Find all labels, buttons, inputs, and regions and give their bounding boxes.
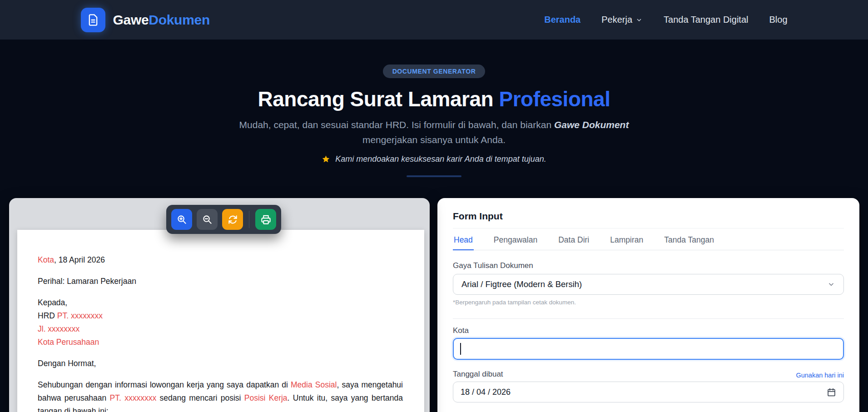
zoom-out-button[interactable] (197, 209, 218, 230)
brand-name: GaweDokumen (113, 12, 210, 28)
nav-item-pekerja[interactable]: Pekerja (601, 15, 643, 25)
document-preview-card: Kota, 18 April 2026 Perihal: Lamaran Pek… (9, 198, 430, 412)
font-style-hint: *Berpengaruh pada tampilan cetak dokumen… (453, 299, 844, 306)
letter-paper: Kota, 18 April 2026 Perihal: Lamaran Pek… (17, 230, 424, 412)
document-generator-badge: DOCUMENT GENERATOR (383, 65, 486, 78)
document-icon (81, 8, 105, 32)
refresh-icon (228, 214, 238, 225)
letter-company: PT. xxxxxxxx (110, 393, 157, 402)
nav-links: Beranda Pekerja Tanda Tangan Digital Blo… (544, 15, 787, 25)
blessing-text: Kami mendoakan kesuksesan karir Anda di … (335, 154, 546, 164)
font-style-value: Arial / Figtree (Modern & Bersih) (461, 279, 582, 289)
navbar: GaweDokumen Beranda Pekerja Tanda Tangan… (0, 0, 868, 40)
section-divider (453, 318, 844, 319)
letter-city: Kota (38, 255, 54, 264)
form-tabs: Head Pengawalan Data Diri Lampiran Tanda… (453, 228, 844, 250)
brand-secondary: Dokumen (149, 12, 210, 27)
letter-position: Posisi Kerja (244, 393, 288, 402)
hero-section: DOCUMENT GENERATOR Rancang Surat Lamaran… (0, 40, 868, 198)
letter-para-1: Sehubungan dengan informasi lowongan ker… (38, 380, 291, 389)
font-style-select[interactable]: Arial / Figtree (Modern & Bersih) (453, 274, 844, 295)
nav-item-pekerja-label: Pekerja (601, 15, 632, 25)
chevron-down-icon (827, 280, 835, 288)
letter-para-3: sedang mencari posisi (156, 393, 244, 402)
kota-label: Kota (453, 326, 844, 335)
page-title: Rancang Surat Lamaran Profesional (258, 87, 610, 111)
subtitle-line2: mengerjakan sisanya untuk Anda. (362, 134, 506, 145)
print-icon (261, 214, 271, 225)
letter-perihal: Perihal: Lamaran Pekerjaan (38, 275, 403, 288)
navbar-container: GaweDokumen Beranda Pekerja Tanda Tangan… (81, 8, 788, 32)
form-title: Form Input (453, 211, 844, 228)
letter-body-paragraph: Sehubungan dengan informasi lowongan ker… (38, 378, 403, 412)
letter-kepada: Kepada, (38, 298, 67, 307)
letter-date: , 18 April 2026 (54, 255, 105, 264)
nav-item-tanda-tangan-digital[interactable]: Tanda Tangan Digital (664, 15, 748, 25)
zoom-out-icon (202, 214, 213, 225)
letter-media-sosial: Media Sosial (291, 380, 337, 389)
tanggal-label: Tanggal dibuat (453, 370, 503, 379)
letter-hrd-prefix: HRD (38, 311, 57, 320)
calendar-icon[interactable] (827, 387, 836, 397)
print-button[interactable] (255, 209, 276, 230)
letter-company-city: Kota Perusahaan (38, 338, 99, 347)
star-icon (322, 155, 330, 164)
text-cursor (460, 343, 461, 355)
blessing-line: Kami mendoakan kesuksesan karir Anda di … (322, 154, 546, 164)
letter-street: Jl. xxxxxxxx (38, 324, 79, 333)
toolbar-divider (249, 211, 249, 228)
chevron-down-icon (635, 16, 643, 24)
main-content: Kota, 18 April 2026 Perihal: Lamaran Pek… (0, 198, 868, 412)
refresh-button[interactable] (222, 209, 243, 230)
tanggal-value: 18 / 04 / 2026 (461, 387, 511, 397)
hero-subtitle: Mudah, cepat, dan sesuai standar HRD. Is… (239, 117, 629, 147)
letter-hrd-company: PT. xxxxxxxx (57, 311, 103, 320)
subtitle-brand: Gawe Dokument (554, 119, 629, 130)
letter-recipient-block: Kepada, HRD PT. xxxxxxxx Jl. xxxxxxxx Ko… (38, 296, 403, 349)
nav-item-blog[interactable]: Blog (769, 15, 787, 25)
preview-toolbar (166, 205, 281, 234)
form-input-card: Form Input Head Pengawalan Data Diri Lam… (437, 198, 859, 412)
brand-logo[interactable]: GaweDokumen (81, 8, 210, 32)
hero-divider (407, 175, 461, 177)
tab-head[interactable]: Head (453, 232, 474, 250)
letter-date-line: Kota, 18 April 2026 (38, 253, 403, 267)
tanggal-input[interactable]: 18 / 04 / 2026 (453, 382, 844, 402)
title-accent: Profesional (499, 87, 610, 111)
kota-input[interactable] (453, 338, 844, 360)
zoom-in-button[interactable] (171, 209, 192, 230)
tab-lampiran[interactable]: Lampiran (609, 232, 644, 250)
tab-data-diri[interactable]: Data Diri (557, 232, 590, 250)
tab-tanda-tangan[interactable]: Tanda Tangan (663, 232, 715, 250)
use-today-link[interactable]: Gunakan hari ini (796, 372, 844, 379)
nav-item-beranda[interactable]: Beranda (544, 15, 580, 25)
subtitle-before: Mudah, cepat, dan sesuai standar HRD. Is… (239, 119, 554, 130)
title-main: Rancang Surat Lamaran (258, 87, 499, 111)
tab-pengawalan[interactable]: Pengawalan (493, 232, 538, 250)
font-style-label: Gaya Tulisan Dokumen (453, 261, 844, 270)
letter-salutation: Dengan Hormat, (38, 357, 403, 370)
tanggal-label-row: Tanggal dibuat Gunakan hari ini (453, 370, 844, 379)
brand-primary: Gawe (113, 12, 149, 27)
zoom-in-icon (177, 214, 187, 225)
